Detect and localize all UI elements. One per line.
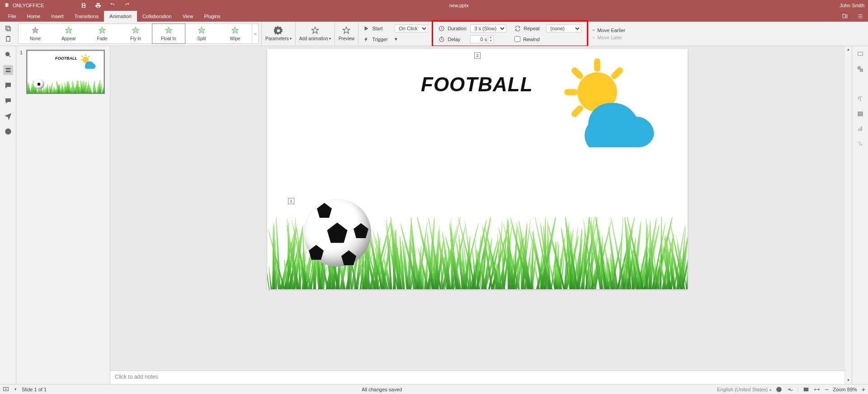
preview-button[interactable]: Preview <box>335 22 359 46</box>
open-location-icon[interactable] <box>842 13 848 19</box>
statusbar: ▾ Slide 1 of 1 All changes saved English… <box>0 384 868 394</box>
find-button[interactable] <box>3 50 13 60</box>
app-logo-icon <box>4 2 10 9</box>
fit-width-icon[interactable] <box>814 386 820 393</box>
svg-rect-0 <box>7 28 10 31</box>
svg-rect-23 <box>860 69 863 71</box>
zoom-label[interactable]: Zoom 89% <box>833 387 857 392</box>
star-icon <box>31 26 40 35</box>
doc-language[interactable]: English (United States) ▾ <box>717 387 771 392</box>
save-icon[interactable] <box>80 2 87 9</box>
slide-thumbnail-1[interactable]: FOOTBALL <box>26 50 105 94</box>
animation-gallery: None Appear Fade Fly in Float In Split W… <box>18 23 259 44</box>
star-plus-icon <box>311 26 320 35</box>
tab-file[interactable]: File <box>3 11 22 22</box>
delay-spin-up[interactable]: ▲ <box>488 36 493 39</box>
slide-canvas[interactable]: 2 1 FOOTBALL <box>267 49 688 289</box>
delay-spin-down[interactable]: ▼ <box>488 39 493 43</box>
paste-icon[interactable] <box>5 35 12 42</box>
workarea: 1 FOOTBALL 2 1 FOOTBALL <box>0 46 868 384</box>
set-language-icon[interactable] <box>776 386 782 393</box>
chevron-down-icon <box>592 36 595 39</box>
animation-gallery-item-fly-in[interactable]: Fly in <box>119 24 152 43</box>
vertical-scrollbar[interactable]: ▲ ▼ <box>844 46 852 384</box>
editor-area: 2 1 FOOTBALL <box>110 46 852 384</box>
animation-gallery-more[interactable] <box>252 24 258 43</box>
left-rail <box>0 46 16 384</box>
tab-view[interactable]: View <box>177 11 199 22</box>
paragraph-settings-button[interactable] <box>857 95 864 104</box>
thumbnails-button[interactable] <box>3 65 13 75</box>
table-settings-button[interactable] <box>857 110 864 119</box>
parameters-button[interactable]: Parameters▾ <box>262 22 295 46</box>
animation-order-badge-1[interactable]: 1 <box>288 198 294 204</box>
scroll-up-button[interactable]: ▲ <box>845 46 852 53</box>
animation-gallery-item-wipe[interactable]: Wipe <box>218 24 252 43</box>
svg-rect-28 <box>861 127 862 131</box>
zoom-in-button[interactable]: + <box>862 386 865 393</box>
move-earlier-button[interactable]: Move Earlier <box>592 28 625 33</box>
star-icon <box>98 26 107 35</box>
tab-insert[interactable]: Insert <box>46 11 69 22</box>
trigger-caret[interactable]: ▾ <box>395 36 397 42</box>
star-icon <box>64 26 73 35</box>
feedback-button[interactable] <box>3 111 13 121</box>
animation-order-badge-2[interactable]: 2 <box>474 52 481 59</box>
svg-line-18 <box>575 70 580 76</box>
tab-plugins[interactable]: Plugins <box>198 11 226 22</box>
user-name[interactable]: John Smith <box>788 3 864 8</box>
scroll-down-button[interactable]: ▼ <box>845 377 852 384</box>
svg-line-13 <box>82 56 83 57</box>
rewind-label: Rewind <box>523 37 543 42</box>
slideshow-caret[interactable]: ▾ <box>14 387 16 391</box>
slideshow-icon[interactable] <box>3 386 9 393</box>
repeat-select[interactable]: (none) <box>546 24 581 33</box>
svg-rect-8 <box>5 70 10 72</box>
spellcheck-icon[interactable] <box>787 386 793 393</box>
tab-collaboration[interactable]: Collaboration <box>137 11 177 22</box>
animation-gallery-item-none[interactable]: None <box>19 24 52 43</box>
brand: ONLYOFFICE <box>4 2 80 9</box>
hamburger-icon[interactable] <box>857 13 863 19</box>
zoom-out-button[interactable]: − <box>825 386 828 393</box>
copy-icon[interactable] <box>5 25 12 32</box>
undo-icon[interactable] <box>109 2 116 9</box>
fit-slide-icon[interactable] <box>803 386 809 393</box>
slides-panel[interactable]: 1 FOOTBALL <box>16 46 110 384</box>
play-icon <box>363 25 369 32</box>
shape-settings-button[interactable] <box>857 66 864 74</box>
print-icon[interactable] <box>95 2 101 9</box>
weather-graphic[interactable] <box>557 57 674 143</box>
repeat-icon <box>514 25 521 32</box>
duration-select[interactable]: 3 s (Slow) <box>470 24 506 33</box>
redo-icon[interactable] <box>124 2 130 9</box>
parameters-label: Parameters <box>265 36 289 41</box>
chat-button[interactable] <box>3 96 13 106</box>
image-settings-button[interactable] <box>857 80 864 89</box>
animation-gallery-item-float-in[interactable]: Float In <box>152 23 185 44</box>
soccer-ball-graphic[interactable] <box>303 199 371 267</box>
rewind-checkbox[interactable] <box>514 36 520 42</box>
star-icon <box>197 26 206 35</box>
trigger-label: Trigger <box>372 37 392 42</box>
textart-settings-button[interactable]: Ta <box>857 140 864 149</box>
animation-gallery-item-split[interactable]: Split <box>185 24 218 43</box>
comments-button[interactable] <box>3 80 13 90</box>
tab-transitions[interactable]: Transitions <box>69 11 104 22</box>
slide-settings-button[interactable] <box>857 51 864 59</box>
svg-rect-21 <box>858 52 863 55</box>
delay-clock-icon <box>439 36 445 42</box>
lightning-icon <box>363 36 369 42</box>
notes-area[interactable]: Click to add notes <box>110 371 844 384</box>
svg-rect-2 <box>6 36 10 41</box>
tab-home[interactable]: Home <box>22 11 46 22</box>
about-button[interactable] <box>3 127 13 136</box>
tab-animation[interactable]: Animation <box>104 11 137 22</box>
slide-headline[interactable]: FOOTBALL <box>421 73 533 96</box>
quick-access-toolbar <box>80 2 130 9</box>
animation-gallery-item-fade[interactable]: Fade <box>85 24 119 43</box>
start-select[interactable]: On Click <box>395 24 428 33</box>
add-animation-button[interactable]: Add animation▾ <box>296 22 335 46</box>
animation-gallery-item-appear[interactable]: Appear <box>52 24 85 43</box>
chart-settings-button[interactable] <box>857 125 864 134</box>
